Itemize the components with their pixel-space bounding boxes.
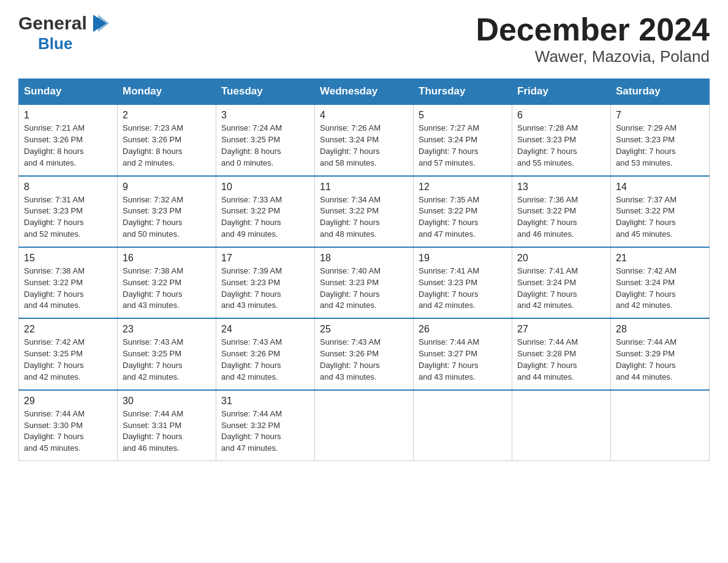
calendar-cell xyxy=(414,390,512,461)
calendar-cell: 11Sunrise: 7:34 AM Sunset: 3:22 PM Dayli… xyxy=(315,176,414,247)
day-info: Sunrise: 7:43 AM Sunset: 3:26 PM Dayligh… xyxy=(221,337,309,383)
calendar-cell xyxy=(315,390,414,461)
calendar-cell: 27Sunrise: 7:44 AM Sunset: 3:28 PM Dayli… xyxy=(512,318,611,389)
header-friday: Friday xyxy=(512,79,611,105)
day-info: Sunrise: 7:44 AM Sunset: 3:29 PM Dayligh… xyxy=(616,337,704,383)
day-info: Sunrise: 7:44 AM Sunset: 3:32 PM Dayligh… xyxy=(221,408,309,454)
day-number: 7 xyxy=(616,110,704,121)
day-info: Sunrise: 7:31 AM Sunset: 3:23 PM Dayligh… xyxy=(24,194,112,240)
calendar-cell: 3Sunrise: 7:24 AM Sunset: 3:25 PM Daylig… xyxy=(216,104,315,175)
day-number: 10 xyxy=(221,182,309,193)
calendar-table: SundayMondayTuesdayWednesdayThursdayFrid… xyxy=(18,79,710,461)
day-number: 31 xyxy=(221,396,309,407)
calendar-week-row: 1Sunrise: 7:21 AM Sunset: 3:26 PM Daylig… xyxy=(19,104,710,175)
day-number: 28 xyxy=(616,324,704,335)
calendar-cell: 25Sunrise: 7:43 AM Sunset: 3:26 PM Dayli… xyxy=(315,318,414,389)
day-number: 25 xyxy=(320,324,408,335)
calendar-cell: 21Sunrise: 7:42 AM Sunset: 3:24 PM Dayli… xyxy=(611,247,710,318)
calendar-cell: 26Sunrise: 7:44 AM Sunset: 3:27 PM Dayli… xyxy=(414,318,512,389)
calendar-cell: 10Sunrise: 7:33 AM Sunset: 3:22 PM Dayli… xyxy=(216,176,315,247)
day-info: Sunrise: 7:23 AM Sunset: 3:26 PM Dayligh… xyxy=(123,123,211,169)
day-info: Sunrise: 7:44 AM Sunset: 3:28 PM Dayligh… xyxy=(517,337,605,383)
day-number: 23 xyxy=(123,324,211,335)
day-number: 26 xyxy=(419,324,507,335)
day-number: 18 xyxy=(320,253,408,264)
header-tuesday: Tuesday xyxy=(216,79,315,105)
day-info: Sunrise: 7:44 AM Sunset: 3:30 PM Dayligh… xyxy=(24,408,112,454)
calendar-cell: 14Sunrise: 7:37 AM Sunset: 3:22 PM Dayli… xyxy=(611,176,710,247)
day-number: 20 xyxy=(517,253,605,264)
day-number: 1 xyxy=(24,110,112,121)
day-number: 11 xyxy=(320,182,408,193)
page-title: December 2024 xyxy=(476,12,710,47)
logo: General Blue xyxy=(18,12,109,53)
day-number: 5 xyxy=(419,110,507,121)
day-number: 27 xyxy=(517,324,605,335)
calendar-cell: 17Sunrise: 7:39 AM Sunset: 3:23 PM Dayli… xyxy=(216,247,315,318)
day-info: Sunrise: 7:39 AM Sunset: 3:23 PM Dayligh… xyxy=(221,266,309,312)
calendar-cell: 4Sunrise: 7:26 AM Sunset: 3:24 PM Daylig… xyxy=(315,104,414,175)
calendar-week-row: 8Sunrise: 7:31 AM Sunset: 3:23 PM Daylig… xyxy=(19,176,710,247)
calendar-cell: 30Sunrise: 7:44 AM Sunset: 3:31 PM Dayli… xyxy=(118,390,216,461)
calendar-cell: 20Sunrise: 7:41 AM Sunset: 3:24 PM Dayli… xyxy=(512,247,611,318)
day-info: Sunrise: 7:21 AM Sunset: 3:26 PM Dayligh… xyxy=(24,123,112,169)
calendar-cell xyxy=(611,390,710,461)
day-number: 9 xyxy=(123,182,211,193)
calendar-cell: 12Sunrise: 7:35 AM Sunset: 3:22 PM Dayli… xyxy=(414,176,512,247)
calendar-cell: 29Sunrise: 7:44 AM Sunset: 3:30 PM Dayli… xyxy=(19,390,118,461)
calendar-cell: 6Sunrise: 7:28 AM Sunset: 3:23 PM Daylig… xyxy=(512,104,611,175)
calendar-cell: 2Sunrise: 7:23 AM Sunset: 3:26 PM Daylig… xyxy=(118,104,216,175)
day-info: Sunrise: 7:38 AM Sunset: 3:22 PM Dayligh… xyxy=(24,266,112,312)
day-number: 19 xyxy=(419,253,507,264)
calendar-cell: 28Sunrise: 7:44 AM Sunset: 3:29 PM Dayli… xyxy=(611,318,710,389)
header-monday: Monday xyxy=(118,79,216,105)
calendar-header-row: SundayMondayTuesdayWednesdayThursdayFrid… xyxy=(19,79,710,105)
page-subtitle: Wawer, Mazovia, Poland xyxy=(476,47,710,66)
day-info: Sunrise: 7:34 AM Sunset: 3:22 PM Dayligh… xyxy=(320,194,408,240)
header-saturday: Saturday xyxy=(611,79,710,105)
day-info: Sunrise: 7:32 AM Sunset: 3:23 PM Dayligh… xyxy=(123,194,211,240)
day-number: 6 xyxy=(517,110,605,121)
calendar-week-row: 15Sunrise: 7:38 AM Sunset: 3:22 PM Dayli… xyxy=(19,247,710,318)
day-info: Sunrise: 7:40 AM Sunset: 3:23 PM Dayligh… xyxy=(320,266,408,312)
calendar-cell: 23Sunrise: 7:43 AM Sunset: 3:25 PM Dayli… xyxy=(118,318,216,389)
day-info: Sunrise: 7:24 AM Sunset: 3:25 PM Dayligh… xyxy=(221,123,309,169)
calendar-cell: 5Sunrise: 7:27 AM Sunset: 3:24 PM Daylig… xyxy=(414,104,512,175)
calendar-cell: 19Sunrise: 7:41 AM Sunset: 3:23 PM Dayli… xyxy=(414,247,512,318)
day-info: Sunrise: 7:38 AM Sunset: 3:22 PM Dayligh… xyxy=(123,266,211,312)
calendar-week-row: 29Sunrise: 7:44 AM Sunset: 3:30 PM Dayli… xyxy=(19,390,710,461)
title-block: December 2024 Wawer, Mazovia, Poland xyxy=(476,12,710,66)
calendar-week-row: 22Sunrise: 7:42 AM Sunset: 3:25 PM Dayli… xyxy=(19,318,710,389)
day-number: 16 xyxy=(123,253,211,264)
day-info: Sunrise: 7:28 AM Sunset: 3:23 PM Dayligh… xyxy=(517,123,605,169)
header-thursday: Thursday xyxy=(414,79,512,105)
day-number: 13 xyxy=(517,182,605,193)
day-number: 21 xyxy=(616,253,704,264)
calendar-cell: 9Sunrise: 7:32 AM Sunset: 3:23 PM Daylig… xyxy=(118,176,216,247)
day-number: 22 xyxy=(24,324,112,335)
day-info: Sunrise: 7:43 AM Sunset: 3:26 PM Dayligh… xyxy=(320,337,408,383)
day-info: Sunrise: 7:44 AM Sunset: 3:27 PM Dayligh… xyxy=(419,337,507,383)
day-info: Sunrise: 7:44 AM Sunset: 3:31 PM Dayligh… xyxy=(123,408,211,454)
day-number: 17 xyxy=(221,253,309,264)
day-info: Sunrise: 7:36 AM Sunset: 3:22 PM Dayligh… xyxy=(517,194,605,240)
day-number: 30 xyxy=(123,396,211,407)
day-number: 14 xyxy=(616,182,704,193)
day-number: 29 xyxy=(24,396,112,407)
day-info: Sunrise: 7:43 AM Sunset: 3:25 PM Dayligh… xyxy=(123,337,211,383)
logo-general-text: General xyxy=(18,13,87,34)
day-number: 24 xyxy=(221,324,309,335)
day-info: Sunrise: 7:26 AM Sunset: 3:24 PM Dayligh… xyxy=(320,123,408,169)
logo-arrow-icon xyxy=(87,12,109,34)
day-number: 2 xyxy=(123,110,211,121)
day-number: 15 xyxy=(24,253,112,264)
day-info: Sunrise: 7:27 AM Sunset: 3:24 PM Dayligh… xyxy=(419,123,507,169)
day-number: 3 xyxy=(221,110,309,121)
logo-blue-text: Blue xyxy=(38,34,72,53)
day-info: Sunrise: 7:42 AM Sunset: 3:25 PM Dayligh… xyxy=(24,337,112,383)
calendar-cell: 16Sunrise: 7:38 AM Sunset: 3:22 PM Dayli… xyxy=(118,247,216,318)
day-number: 8 xyxy=(24,182,112,193)
day-info: Sunrise: 7:29 AM Sunset: 3:23 PM Dayligh… xyxy=(616,123,704,169)
calendar-cell: 15Sunrise: 7:38 AM Sunset: 3:22 PM Dayli… xyxy=(19,247,118,318)
calendar-cell: 13Sunrise: 7:36 AM Sunset: 3:22 PM Dayli… xyxy=(512,176,611,247)
